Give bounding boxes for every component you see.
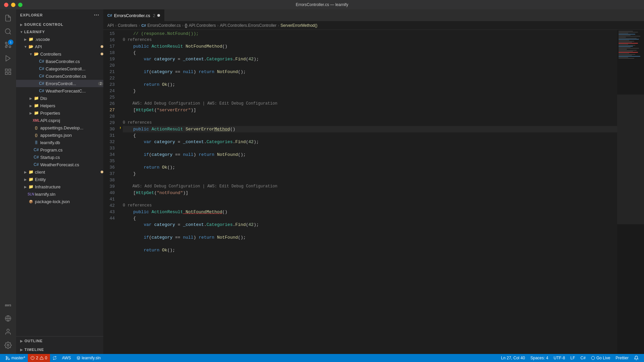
- line-numbers: 15 16 17 18 19 20 21 22 23 24 25 26 27 2…: [103, 30, 120, 354]
- code-line-20: if(category == null) return NotFound();: [123, 69, 617, 75]
- code-line-22: return Ok();: [123, 81, 617, 88]
- cs-file-icon2: C#: [39, 66, 44, 71]
- breadcrumb-sep1: ›: [115, 23, 116, 28]
- status-spaces[interactable]: Spaces: 4: [528, 356, 551, 360]
- learnify-status-label: learnify.sln: [82, 356, 101, 360]
- close-button[interactable]: [4, 3, 8, 7]
- sidebar-item-source-control[interactable]: ▶ SOURCE CONTROL: [16, 21, 103, 28]
- outline-arrow: ▶: [20, 339, 23, 343]
- sidebar-item-programcs[interactable]: C# Program.cs: [16, 146, 103, 154]
- remote-status-icon: [53, 356, 57, 360]
- run-icon[interactable]: [2, 52, 14, 64]
- minimize-button[interactable]: [11, 3, 15, 7]
- sidebar-item-errorscontroller[interactable]: C# ErrorsControll... 2: [16, 80, 103, 87]
- sidebar-item-appsettingsdev[interactable]: {} appsettings.Develop...: [16, 124, 103, 131]
- code-line-18: var category = _context.Categories.Find(…: [123, 56, 617, 62]
- source-control-icon[interactable]: 1: [2, 39, 14, 51]
- remote-icon[interactable]: [2, 312, 14, 324]
- sidebar-item-categoriescontroller[interactable]: C# CategoriesControll...: [16, 65, 103, 72]
- svg-point-0: [5, 29, 10, 34]
- sidebar-item-infrastructure[interactable]: ▶ 📁 Infrastructure: [16, 183, 103, 190]
- code-content[interactable]: // (response.NotFound()); 0 references p…: [120, 30, 617, 354]
- code-line-43: [123, 241, 617, 247]
- entity-label: Entity: [35, 177, 103, 182]
- minimap: [617, 30, 644, 354]
- sidebar-item-entity[interactable]: ▶ 📁 Entity: [16, 176, 103, 183]
- client-arrow: ▶: [23, 169, 28, 175]
- sidebar-item-learnify[interactable]: ▼ LEARNIFY: [16, 28, 103, 36]
- helpers-arrow: ▶: [28, 103, 34, 108]
- api-arrow: ▼: [23, 44, 28, 49]
- spaces-label: Spaces: 4: [530, 356, 548, 360]
- status-bell[interactable]: [631, 356, 641, 360]
- sidebar-item-helpers[interactable]: ▶ 📁 Helpers: [16, 102, 103, 109]
- files-icon[interactable]: [2, 12, 14, 24]
- dto-arrow: ▶: [28, 96, 34, 101]
- status-position[interactable]: Ln 27, Col 40: [498, 356, 528, 360]
- code-line-ref1: 0 references: [123, 37, 617, 43]
- sidebar-item-weathercontroller[interactable]: C# WeatherForecastC...: [16, 87, 103, 95]
- code-line-27: 💡 public ActionResult ServerErrorMethod(…: [123, 126, 617, 132]
- aws-status-label: AWS: [62, 356, 71, 360]
- svg-rect-7: [9, 69, 11, 71]
- properties-arrow: ▶: [28, 110, 34, 116]
- code-line-44: return Ok();: [123, 247, 617, 253]
- errorscontroller-label: ErrorsControll...: [46, 81, 97, 86]
- sidebar-item-learnifydb[interactable]: 🗄 learnify.db: [16, 139, 103, 146]
- sidebar-item-controllers[interactable]: ▼ 📂 Controllers: [16, 50, 103, 58]
- basecontroller-label: BaseController.cs: [46, 59, 103, 64]
- sidebar-more-button[interactable]: ···: [94, 12, 99, 18]
- source-control-label: SOURCE CONTROL: [24, 22, 103, 26]
- errors-badge: 2: [98, 82, 103, 85]
- code-line-36: [HttpGet("notFound")]: [123, 190, 617, 196]
- error-count: 2: [36, 356, 38, 360]
- sidebar-item-learnifysln[interactable]: SLN learnify.sln: [16, 190, 103, 198]
- learnify-label: LEARNIFY: [24, 30, 103, 34]
- code-line-29: var category = _context.Categories.Find(…: [123, 139, 617, 145]
- code-line-39: {: [123, 215, 617, 222]
- breadcrumb-api: API: [107, 23, 114, 28]
- cs-file-icon: C#: [39, 59, 44, 64]
- search-icon[interactable]: [2, 25, 14, 38]
- sidebar-item-appsettings[interactable]: {} appsettings.json: [16, 131, 103, 139]
- settings-icon[interactable]: [2, 339, 14, 351]
- status-errors[interactable]: 2 0: [28, 354, 50, 362]
- status-line-ending[interactable]: LF: [568, 356, 578, 360]
- aws-icon[interactable]: aws: [2, 299, 14, 311]
- status-learnify[interactable]: learnify.sln: [74, 354, 103, 362]
- status-encoding[interactable]: UTF-8: [551, 356, 568, 360]
- sidebar-item-properties[interactable]: ▶ 📁 Properties: [16, 109, 103, 117]
- extensions-icon[interactable]: [2, 66, 14, 78]
- sidebar-item-packagelock[interactable]: 📦 package-lock.json: [16, 198, 103, 205]
- sidebar-item-coursescontroller[interactable]: C# CoursesController.cs: [16, 72, 103, 80]
- status-remote[interactable]: [50, 354, 59, 362]
- sidebar-item-weatherforecastcs[interactable]: C# WeatherForecast.cs: [16, 161, 103, 168]
- tab-errorscontroller[interactable]: C# ErrorsController.cs 2: [103, 9, 164, 21]
- client-label: client: [35, 170, 99, 175]
- timeline-section-header[interactable]: ▶ TIMELINE: [16, 345, 103, 354]
- sidebar-item-apicsproj[interactable]: XML API.csproj: [16, 117, 103, 124]
- cs-file-icon7: C#: [34, 155, 39, 160]
- client-folder-icon: 📁: [28, 169, 34, 175]
- sidebar-item-client[interactable]: ▶ 📁 client: [16, 168, 103, 176]
- sidebar-item-vscode[interactable]: ▶ 📁 .vscode: [16, 36, 103, 43]
- code-line-32: [123, 158, 617, 164]
- sidebar-item-basecontroller[interactable]: C# BaseController.cs: [16, 58, 103, 65]
- status-branch[interactable]: master*: [3, 354, 28, 362]
- account-icon[interactable]: [2, 326, 14, 338]
- sidebar-item-dto[interactable]: ▶ 📁 Dto: [16, 95, 103, 102]
- dto-label: Dto: [40, 96, 103, 101]
- svg-point-23: [591, 356, 595, 360]
- maximize-button[interactable]: [18, 3, 22, 7]
- status-prettier[interactable]: Prettier: [613, 356, 631, 360]
- tab-modified-dot: [157, 14, 160, 17]
- sidebar-item-startupcs[interactable]: C# Startup.cs: [16, 154, 103, 161]
- breadcrumb: API › Controllers › C# ErrorsController.…: [103, 21, 644, 30]
- status-language[interactable]: C#: [578, 356, 588, 360]
- svg-marker-5: [6, 56, 10, 61]
- code-line-15: // (response.NotFound());: [123, 31, 617, 37]
- outline-section-header[interactable]: ▶ OUTLINE: [16, 337, 103, 345]
- status-go-live[interactable]: Go Live: [588, 356, 613, 360]
- sidebar-item-api[interactable]: ▼ 📂 API: [16, 43, 103, 50]
- status-aws[interactable]: AWS: [59, 354, 74, 362]
